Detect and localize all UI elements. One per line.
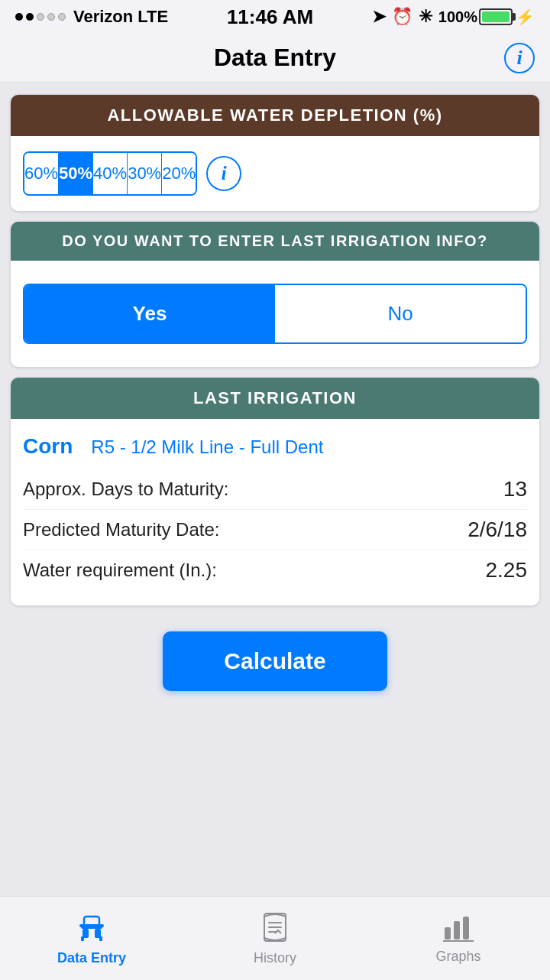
history-icon (260, 910, 290, 947)
status-bar: Verizon LTE 11:46 AM ➤ ⏰ ✳ 100% ⚡ (0, 0, 550, 34)
crop-row: Corn R5 - 1/2 Milk Line - Full Dent (23, 434, 527, 459)
last-irrigation-header: Last Irrigation (11, 378, 539, 419)
tab-graphs[interactable]: Graphs (367, 897, 550, 980)
calculate-area: Calculate (11, 616, 539, 706)
svg-rect-12 (454, 921, 460, 939)
status-right: ➤ ⏰ ✳ 100% ⚡ (372, 7, 535, 27)
irrigation-prompt-title: Do you want to enter Last Irrigation Inf… (62, 232, 487, 249)
status-time: 11:46 AM (227, 5, 313, 29)
network-label: LTE (138, 7, 168, 27)
irrigation-prompt-card: Do you want to enter Last Irrigation Inf… (11, 222, 539, 367)
water-req-label: Water requirement (In.): (23, 560, 217, 581)
tab-data-entry[interactable]: Data Entry (0, 897, 183, 980)
depletion-info-icon: i (222, 162, 227, 185)
maturity-date-value: 2/6/18 (467, 518, 527, 542)
last-irrigation-body: Corn R5 - 1/2 Milk Line - Full Dent Appr… (11, 419, 539, 605)
info-button[interactable]: i (504, 43, 535, 73)
tab-graphs-label: Graphs (435, 949, 480, 965)
depletion-buttons: 60% 50% 40% 30% 20% (23, 151, 197, 196)
irrigation-prompt-body: Yes No (11, 261, 539, 367)
tab-history-label: History (254, 950, 296, 966)
signal-dot-1 (15, 13, 23, 21)
data-entry-icon (75, 910, 108, 947)
irrigation-prompt-header: Do you want to enter Last Irrigation Inf… (11, 222, 539, 261)
water-req-row: Water requirement (In.): 2.25 (23, 550, 527, 590)
dep-60[interactable]: 60% (24, 153, 59, 194)
days-maturity-row: Approx. Days to Maturity: 13 (23, 469, 527, 510)
depletion-body: 60% 50% 40% 30% 20% i (11, 136, 539, 211)
alarm-icon: ⏰ (392, 7, 412, 27)
maturity-date-row: Predicted Maturity Date: 2/6/18 (23, 510, 527, 550)
days-maturity-label: Approx. Days to Maturity: (23, 479, 228, 500)
dep-20[interactable]: 20% (162, 153, 196, 194)
graphs-icon (442, 912, 475, 946)
battery-icon (479, 8, 513, 25)
days-maturity-value: 13 (503, 477, 527, 501)
svg-rect-13 (463, 917, 469, 939)
carrier-label: Verizon (73, 7, 133, 27)
info-icon: i (516, 47, 522, 70)
battery-container: 100% ⚡ (438, 8, 535, 26)
tab-history[interactable]: History (183, 897, 367, 980)
svg-rect-11 (445, 927, 451, 939)
svg-rect-4 (79, 924, 104, 927)
status-left: Verizon LTE (15, 7, 168, 27)
calculate-button[interactable]: Calculate (163, 631, 387, 691)
signal-dots (15, 13, 66, 21)
svg-rect-5 (81, 936, 84, 941)
depletion-card: Allowable Water Depletion (%) 60% 50% 40… (11, 95, 539, 211)
bluetooth-icon: ✳ (419, 7, 432, 27)
maturity-date-label: Predicted Maturity Date: (23, 519, 219, 540)
signal-dot-3 (37, 13, 44, 21)
location-icon: ➤ (372, 7, 386, 27)
dep-50[interactable]: 50% (59, 153, 93, 194)
battery-fill (482, 11, 510, 22)
nav-header: Data Entry i (0, 34, 550, 83)
last-irrigation-card: Last Irrigation Corn R5 - 1/2 Milk Line … (11, 378, 539, 605)
tab-bar: Data Entry History Graphs (0, 896, 550, 980)
depletion-header: Allowable Water Depletion (%) (11, 95, 539, 136)
crop-name: Corn (23, 434, 73, 459)
yes-button[interactable]: Yes (24, 285, 275, 342)
water-req-value: 2.25 (486, 558, 528, 582)
dep-40[interactable]: 40% (93, 153, 128, 194)
page-title: Data Entry (214, 44, 336, 72)
depletion-title: Allowable Water Depletion (%) (107, 105, 442, 125)
depletion-info-button[interactable]: i (206, 156, 241, 191)
battery-percent: 100% (438, 8, 477, 26)
main-content: Allowable Water Depletion (%) 60% 50% 40… (0, 83, 550, 896)
depletion-row-wrapper: 60% 50% 40% 30% 20% i (23, 151, 527, 196)
last-irrigation-title: Last Irrigation (193, 388, 357, 407)
signal-dot-5 (58, 13, 66, 21)
signal-dot-4 (47, 13, 55, 21)
tab-data-entry-label: Data Entry (57, 950, 126, 966)
charging-icon: ⚡ (516, 8, 535, 26)
yesno-toggle: Yes No (23, 284, 527, 344)
crop-stage: R5 - 1/2 Milk Line - Full Dent (91, 436, 323, 458)
svg-rect-6 (99, 936, 102, 941)
dep-30[interactable]: 30% (128, 153, 162, 194)
no-button[interactable]: No (275, 285, 526, 342)
signal-dot-2 (26, 13, 34, 21)
